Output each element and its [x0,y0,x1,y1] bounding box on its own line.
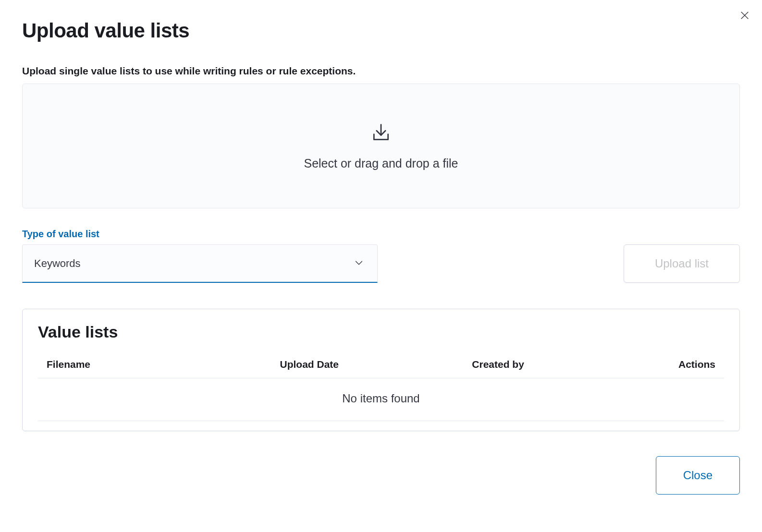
close-button[interactable]: Close [656,456,740,495]
type-select-wrap: Keywords [22,244,378,283]
value-lists-panel: Value lists Filename Upload Date Created… [22,309,740,431]
panel-title: Value lists [38,323,724,341]
import-icon [370,122,392,145]
type-field-group: Type of value list Keywords [22,229,378,283]
upload-value-lists-modal: Upload value lists Upload single value l… [0,0,762,514]
modal-footer: Close [22,456,740,495]
close-icon[interactable] [737,8,752,23]
col-created-by[interactable]: Created by [463,353,628,378]
dropzone-label: Select or drag and drop a file [304,157,458,170]
modal-subtitle: Upload single value lists to use while w… [22,65,740,77]
file-dropzone[interactable]: Select or drag and drop a file [22,84,740,208]
col-filename[interactable]: Filename [38,353,271,378]
page-title: Upload value lists [22,19,740,42]
form-row: Type of value list Keywords Upload list [22,229,740,283]
value-lists-table: Filename Upload Date Created by Actions … [38,353,724,421]
table-empty-row: No items found [38,378,724,421]
upload-list-button[interactable]: Upload list [624,244,740,283]
empty-message: No items found [38,378,724,421]
table-header-row: Filename Upload Date Created by Actions [38,353,724,378]
type-label: Type of value list [22,229,378,240]
col-actions: Actions [628,353,724,378]
col-upload-date[interactable]: Upload Date [271,353,464,378]
type-select[interactable]: Keywords [22,244,378,283]
